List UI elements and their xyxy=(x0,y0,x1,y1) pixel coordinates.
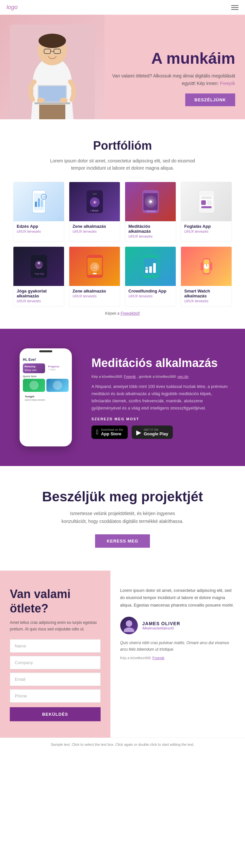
cta-button[interactable]: KERESS MEG xyxy=(95,534,150,548)
portfolio-thumbnail: UX xyxy=(13,182,64,221)
meditation-phone: Hi, Eve! Relaxing Sleep well Progress 7 … xyxy=(13,348,79,446)
svg-rect-24 xyxy=(93,193,97,194)
portfolio-thumbnail xyxy=(181,247,232,286)
testimonial-credit: Kép a következőtől: Freepik xyxy=(120,656,236,660)
contact-right: Lorem ipsum dolor sit amet, consectetur … xyxy=(111,570,245,737)
hamburger-menu[interactable] xyxy=(231,5,239,10)
svg-text:Meditate: Meditate xyxy=(147,210,155,212)
portfolio-item[interactable]: Foglalás App UI/UX tervezés xyxy=(181,182,232,242)
svg-rect-50 xyxy=(149,266,152,273)
contact-desc: Amet tellus cras adipiscing enim eu turp… xyxy=(10,619,101,633)
meditation-credit-link-2[interactable]: uec-ttn xyxy=(178,374,189,378)
contact-company-input[interactable] xyxy=(10,656,101,669)
portfolio-item-name: Smart Watch alkalmazás xyxy=(184,288,228,299)
portfolio-item-type: UI/UX tervezés xyxy=(72,229,117,233)
hero-cta-button[interactable]: BESZÉLJÜNK xyxy=(185,93,235,106)
svg-rect-51 xyxy=(153,263,156,273)
portfolio-item-name: Zene alkalmazás xyxy=(72,288,117,293)
portfolio-info: Crowdfunding App UI/UX tervezés xyxy=(125,286,176,301)
testimonial-quote: Quis viverra nibh cras pulvinar mattis. … xyxy=(120,640,236,653)
google-play-button[interactable]: ▶ GET IT ON Google Play xyxy=(132,426,173,439)
svg-point-52 xyxy=(145,267,148,269)
portfolio-item[interactable]: ♫ Zene alkalmazás UI/UX tervezés xyxy=(69,246,120,307)
app-store-text: Download on the App Store xyxy=(101,428,123,436)
svg-point-60 xyxy=(126,620,132,627)
svg-rect-16 xyxy=(38,198,40,207)
portfolio-info: Smart Watch alkalmazás UI/UX tervezés xyxy=(181,286,232,306)
portfolio-item-type: UI/UX tervezés xyxy=(184,299,228,303)
svg-rect-46 xyxy=(93,273,97,274)
hero-text: A munkáim Van valami ötleted? Alkossuk m… xyxy=(104,37,245,119)
meditation-text: Meditációs alkalmazás Kép a következőtől… xyxy=(91,356,232,439)
testimonial-avatar xyxy=(120,617,138,634)
meditation-cta-text: SZEREZD MEG MOST xyxy=(91,417,232,421)
svg-rect-57 xyxy=(207,266,208,266)
portfolio-footer: Képek a Freepikból! xyxy=(13,311,232,316)
portfolio-info: Meditációs alkalmazás UI/UX tervezés xyxy=(125,221,176,242)
hero-section: A munkáim Van valami ötleted? Alkossuk m… xyxy=(0,15,245,119)
portfolio-thumbnail: ♪ Music xyxy=(69,182,120,221)
portfolio-grid-2: Yoga App Jóga gyakorlat alkalmazás UI/UX… xyxy=(13,246,232,307)
app-store-button[interactable]:  Download on the App Store xyxy=(91,426,128,439)
testimonial-name: JAMES OLIVER xyxy=(143,621,180,626)
svg-rect-37 xyxy=(201,206,212,208)
portfolio-info: Edzés App UI/UX tervezés xyxy=(13,221,64,237)
svg-rect-15 xyxy=(35,202,37,207)
svg-point-10 xyxy=(37,98,45,103)
app-buttons:  Download on the App Store ▶ GET IT ON … xyxy=(91,426,232,439)
portfolio-item-type: UI/UX tervezés xyxy=(128,294,173,298)
testimonial: JAMES OLIVER Alkalmazásfejlesztő xyxy=(120,617,236,634)
svg-rect-59 xyxy=(210,262,212,270)
portfolio-info: Foglalás App UI/UX tervezés xyxy=(181,221,232,237)
portfolio-info: Zene alkalmazás UI/UX tervezés xyxy=(69,221,120,237)
footer-note: Sample text. Click to select the text bo… xyxy=(0,738,245,751)
portfolio-footer-link[interactable]: Freepikból! xyxy=(121,311,140,316)
testimonial-credit-link[interactable]: Freepik xyxy=(153,656,165,660)
portfolio-item-type: UI/UX tervezés xyxy=(72,294,117,298)
testimonial-info: JAMES OLIVER Alkalmazásfejlesztő xyxy=(143,621,180,630)
meditation-desc: A Nispand, amelyet több mint 100 éves tu… xyxy=(91,383,232,412)
google-play-icon: ▶ xyxy=(136,429,141,436)
meditation-title: Meditációs alkalmazás xyxy=(91,356,232,370)
testimonial-role: Alkalmazásfejlesztő xyxy=(143,626,180,630)
hero-subtitle-link[interactable]: Freepik xyxy=(220,81,235,86)
logo: logo xyxy=(6,4,18,11)
app-store-sub: Download on the xyxy=(101,428,123,431)
svg-rect-35 xyxy=(201,200,206,205)
portfolio-item[interactable]: UX Edzés App UI/UX tervezés xyxy=(13,182,64,242)
contact-email-input[interactable] xyxy=(10,673,101,686)
cta-desc: Ismertesse velünk projektötletét, és kér… xyxy=(57,510,188,526)
portfolio-thumbnail: Yoga App xyxy=(13,247,64,286)
apple-icon:  xyxy=(96,429,98,436)
svg-rect-49 xyxy=(145,270,148,273)
portfolio-item-name: Jóga gyakorlat alkalmazás xyxy=(17,288,61,299)
svg-text:♪ Music: ♪ Music xyxy=(90,209,99,212)
hero-image xyxy=(0,15,104,119)
svg-point-23 xyxy=(94,202,95,203)
portfolio-item-type: UI/UX tervezés xyxy=(17,299,61,303)
contact-form: BEKÜLDÉS xyxy=(10,639,101,721)
portfolio-item[interactable]: ♪ Music Zene alkalmazás UI/UX tervezés xyxy=(69,182,120,242)
portfolio-item-name: Zene alkalmazás xyxy=(72,224,117,229)
svg-rect-17 xyxy=(41,200,43,207)
contact-name-input[interactable] xyxy=(10,639,101,653)
google-play-text: GET IT ON Google Play xyxy=(144,428,168,436)
portfolio-item[interactable]: Yoga App Jóga gyakorlat alkalmazás UI/UX… xyxy=(13,246,64,307)
hero-subtitle: Van valami ötleted? Alkossuk meg álmai d… xyxy=(111,72,235,87)
portfolio-item-name: Crowdfunding App xyxy=(128,288,173,293)
portfolio-thumbnail: ♫ xyxy=(69,247,120,286)
header: logo xyxy=(0,0,245,15)
portfolio-desc: Lorem ipsum dolor sit amet, consectetur … xyxy=(44,157,201,172)
portfolio-grid: UX Edzés App UI/UX tervezés ♪ Music Zene… xyxy=(13,182,232,242)
portfolio-item[interactable]: Meditate Meditációs alkalmazás UI/UX ter… xyxy=(125,182,176,242)
portfolio-item[interactable]: Smart Watch alkalmazás UI/UX tervezés xyxy=(181,246,232,307)
svg-rect-34 xyxy=(201,196,212,199)
portfolio-item[interactable]: Crowdfunding App UI/UX tervezés xyxy=(125,246,176,307)
svg-point-40 xyxy=(37,262,40,265)
cta-section: Beszéljük meg projektjét Ismertesse velü… xyxy=(0,466,245,571)
contact-submit-button[interactable]: BEKÜLDÉS xyxy=(10,707,101,721)
portfolio-item-type: UI/UX tervezés xyxy=(17,229,61,233)
meditation-credit-link-1[interactable]: Freepik xyxy=(124,374,136,378)
portfolio-thumbnail: Meditate xyxy=(125,182,176,221)
contact-phone-input[interactable] xyxy=(10,689,101,703)
